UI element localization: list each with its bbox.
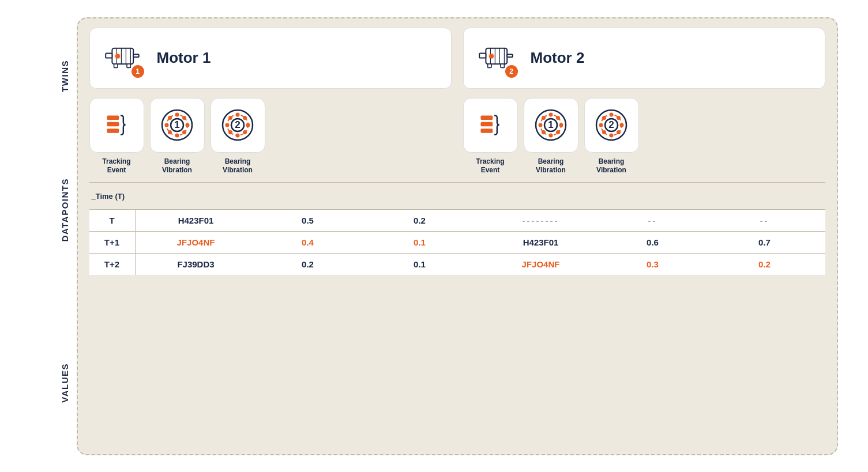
motor1-row-t1: JFJO4NF 0.4 0.1 xyxy=(136,232,480,253)
svg-point-45 xyxy=(243,116,247,120)
motor1-name: Motor 1 xyxy=(157,49,211,67)
svg-point-66 xyxy=(599,123,603,127)
bearing2-icon-2: 2 xyxy=(584,98,639,153)
svg-point-64 xyxy=(610,113,614,117)
time-t1: T+1 xyxy=(89,232,136,253)
svg-rect-12 xyxy=(479,53,486,58)
datapoints-label-area: DATAPOINTS xyxy=(31,135,77,285)
bearing1-icon-1: 1 xyxy=(150,98,205,153)
motor1-badge: 1 xyxy=(131,65,144,78)
svg-point-71 xyxy=(602,130,606,134)
svg-point-42 xyxy=(246,123,250,127)
bearing1-num-1: 1 xyxy=(174,119,179,131)
svg-point-67 xyxy=(620,123,624,127)
m2-t2-col3: 0.2 xyxy=(709,258,821,270)
m1-t1-col1: JFJO4NF xyxy=(140,236,252,248)
svg-point-41 xyxy=(226,123,230,127)
svg-rect-23 xyxy=(107,122,119,127)
motor2-datapoints: TrackingEvent xyxy=(463,98,825,175)
motor1-card[interactable]: 1 Motor 1 xyxy=(89,28,452,89)
time-header-row: _Time (T) xyxy=(89,183,825,209)
dp-tracking-1: TrackingEvent xyxy=(89,98,144,175)
svg-rect-47 xyxy=(480,115,493,120)
svg-point-39 xyxy=(236,113,240,117)
svg-rect-24 xyxy=(107,129,119,133)
row-labels: TWINS DATAPOINTS VALUES xyxy=(31,17,77,455)
dp-label-tracking-2: TrackingEvent xyxy=(476,157,504,175)
svg-rect-13 xyxy=(507,54,513,57)
dp-bearing1-2: 1 BearingVibration xyxy=(524,98,578,175)
motor1-row-t: H423F01 0.5 0.2 xyxy=(136,210,480,231)
value-row-t: T H423F01 0.5 0.2 -------- -- -- xyxy=(89,209,825,231)
main-content: 1 Motor 1 xyxy=(77,17,838,455)
datapoints-label: DATAPOINTS xyxy=(60,178,70,241)
svg-point-33 xyxy=(182,130,186,134)
svg-rect-22 xyxy=(107,115,119,120)
svg-point-10 xyxy=(115,54,120,58)
svg-point-59 xyxy=(556,116,560,120)
dp-label-bearing1-2: BearingVibration xyxy=(536,157,566,175)
motor2-row-t: -------- -- -- xyxy=(480,210,825,231)
svg-point-31 xyxy=(186,123,190,127)
svg-point-30 xyxy=(165,123,169,127)
svg-point-28 xyxy=(175,113,179,117)
svg-point-53 xyxy=(549,113,553,117)
dp-label-bearing2-1: BearingVibration xyxy=(223,157,253,175)
m1-t2-col3: 0.1 xyxy=(364,258,476,270)
svg-point-43 xyxy=(228,116,232,120)
dp-label-bearing1-1: BearingVibration xyxy=(162,157,192,175)
dp-label-bearing2-2: BearingVibration xyxy=(596,157,626,175)
svg-point-54 xyxy=(549,134,553,138)
svg-point-44 xyxy=(243,130,247,134)
twins-label-area: TWINS xyxy=(31,17,77,135)
m1-t1-col3: 0.1 xyxy=(364,236,476,248)
values-section: _Time (T) T H423F01 0.5 0.2 -------- -- … xyxy=(89,183,825,445)
bearing2-num-2: 2 xyxy=(608,119,614,131)
svg-point-55 xyxy=(539,123,543,127)
m2-t2-col1: JFJO4NF xyxy=(485,258,597,270)
bearing2-num-1: 2 xyxy=(235,119,240,131)
motor2-row-t2: JFJO4NF 0.3 0.2 xyxy=(480,254,825,275)
svg-point-57 xyxy=(542,116,546,120)
svg-rect-18 xyxy=(487,64,491,67)
m2-t1-col1: H423F01 xyxy=(485,236,597,248)
bearing1-icon-2: 1 xyxy=(524,98,578,153)
svg-point-58 xyxy=(556,130,560,134)
m2-t2-col2: 0.3 xyxy=(597,258,709,270)
svg-rect-48 xyxy=(480,122,493,127)
svg-rect-8 xyxy=(127,64,130,67)
bearing2-icon-1: 2 xyxy=(211,98,265,153)
time-t2: T+2 xyxy=(89,254,136,275)
m1-t2-col1: FJ39DD3 xyxy=(140,258,252,270)
svg-point-21 xyxy=(489,54,494,58)
svg-point-29 xyxy=(175,134,179,138)
bearing1-num-2: 1 xyxy=(548,119,553,131)
tracking-event-icon-1 xyxy=(89,98,144,153)
svg-point-46 xyxy=(228,130,232,134)
m1-t1-col2: 0.4 xyxy=(252,236,364,248)
dp-tracking-2: TrackingEvent xyxy=(463,98,518,175)
dp-bearing1-1: 1 BearingVibration xyxy=(150,98,205,175)
motor2-badge: 2 xyxy=(505,65,518,78)
m2-t-col3: -- xyxy=(709,214,821,226)
dp-label-tracking-1: TrackingEvent xyxy=(102,157,130,175)
svg-point-35 xyxy=(168,130,172,134)
m2-t1-col3: 0.7 xyxy=(709,236,821,248)
motor2-card[interactable]: 2 Motor 2 xyxy=(463,28,825,89)
motor1-row-t2: FJ39DD3 0.2 0.1 xyxy=(136,254,480,275)
svg-point-56 xyxy=(559,123,563,127)
time-t: T xyxy=(89,210,136,231)
svg-point-70 xyxy=(617,116,621,120)
twins-label: TWINS xyxy=(60,60,70,92)
values-label: VALUES xyxy=(60,363,70,403)
motor2-name: Motor 2 xyxy=(531,49,585,67)
m2-t1-col2: 0.6 xyxy=(597,236,709,248)
value-row-t2: T+2 FJ39DD3 0.2 0.1 JFJO4NF 0.3 0.2 xyxy=(89,253,825,275)
motor1-datapoints: TrackingEvent xyxy=(89,98,452,175)
svg-point-60 xyxy=(542,130,546,134)
datapoints-section: TrackingEvent xyxy=(89,98,825,183)
m2-t-col2: -- xyxy=(597,214,709,226)
motor1-icon-wrap: 1 xyxy=(104,37,145,79)
svg-rect-2 xyxy=(133,54,139,57)
dp-bearing2-2: 2 BearingVibration xyxy=(584,98,639,175)
